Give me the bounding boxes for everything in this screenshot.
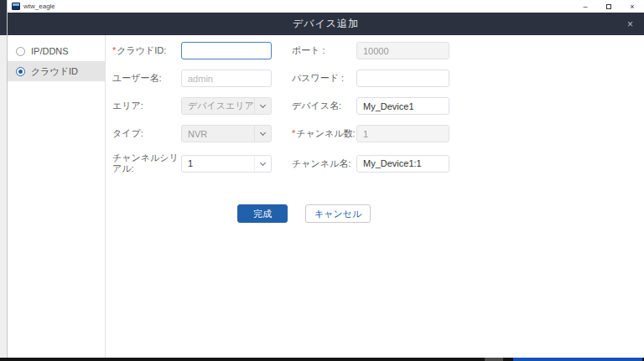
channel-serial-select-value: 1: [182, 158, 254, 168]
sidebar-item-label: IP/DDNS: [31, 46, 69, 56]
sidebar-item-cloud-id[interactable]: クラウドID: [8, 61, 105, 81]
channel-count-label: *チャンネル数:: [292, 128, 356, 139]
sidebar-item-ip-ddns[interactable]: IP/DDNS: [8, 41, 105, 61]
dialog-header: デバイス追加 ×: [8, 13, 644, 35]
chevron-down-icon: [254, 156, 271, 172]
form-row-3: エリア: デバイスエリア デバイス名:: [112, 97, 644, 115]
username-input[interactable]: [181, 70, 272, 87]
password-label: パスワード :: [292, 73, 356, 84]
password-input[interactable]: [356, 70, 449, 87]
taskbar-icon-sliver: [485, 358, 503, 361]
channel-name-input[interactable]: [356, 155, 449, 173]
minimize-button[interactable]: –: [574, 0, 597, 13]
form-row-4: タイプ: NVR *チャンネル数:: [112, 125, 644, 142]
taskbar-app-button[interactable]: [513, 358, 642, 361]
channel-name-label: チャンネル名:: [292, 158, 356, 169]
area-select-value: デバイスエリア: [182, 100, 254, 112]
username-label: ユーザー名:: [112, 73, 181, 84]
sidebar: IP/DDNS クラウドID: [8, 35, 106, 358]
radio-unchecked-icon[interactable]: [16, 47, 25, 56]
device-form: *クラウドID: ポート : ユーザー名: パスワード : エリア: デバイスエ…: [106, 35, 644, 358]
type-label: タイプ:: [112, 128, 181, 139]
cloud-id-label: *クラウドID:: [112, 45, 181, 56]
channel-serial-select[interactable]: 1: [181, 155, 272, 173]
type-select-value: NVR: [182, 129, 254, 139]
port-label: ポート :: [292, 45, 356, 56]
port-input: [356, 42, 449, 59]
confirm-button[interactable]: 完成: [237, 204, 288, 223]
cloud-id-input[interactable]: [181, 42, 272, 59]
maximize-icon: [606, 4, 611, 9]
maximize-button[interactable]: [597, 0, 621, 13]
window-controls: – ×: [574, 0, 644, 13]
chevron-down-icon: [254, 126, 271, 142]
form-row-1: *クラウドID: ポート :: [112, 42, 644, 59]
chevron-down-icon: [254, 98, 271, 114]
form-row-5: チャンネルシリアル: 1 チャンネル名:: [112, 152, 644, 174]
channel-serial-label: チャンネルシリアル:: [112, 152, 181, 174]
device-name-label: デバイス名:: [292, 101, 356, 111]
device-name-input[interactable]: [356, 97, 449, 115]
dialog-body: IP/DDNS クラウドID *クラウドID: ポート : ユーザー名:: [8, 35, 644, 358]
channel-count-input: [356, 125, 449, 142]
required-asterisk: *: [292, 128, 295, 138]
dialog-title: デバイス追加: [293, 17, 359, 31]
form-row-2: ユーザー名: パスワード :: [112, 70, 644, 87]
cancel-button[interactable]: キャンセル: [305, 204, 371, 223]
form-actions: 完成 キャンセル: [237, 204, 644, 223]
close-window-button[interactable]: ×: [621, 0, 644, 13]
area-label: エリア:: [112, 101, 181, 111]
radio-checked-icon[interactable]: [16, 67, 25, 76]
area-select: デバイスエリア: [181, 97, 272, 115]
background-window-strip-dark: [0, 0, 7, 35]
required-asterisk: *: [112, 45, 116, 55]
app-title: wtw_eagle: [23, 3, 55, 10]
screen: wtw_eagle – × デバイス追加 × IP/DDNS クラウドID: [0, 0, 644, 361]
type-select: NVR: [181, 125, 272, 142]
app-icon: [12, 3, 20, 10]
taskbar: [0, 358, 644, 361]
sidebar-item-label: クラウドID: [31, 65, 78, 78]
close-dialog-button[interactable]: ×: [627, 13, 633, 35]
titlebar: wtw_eagle – ×: [8, 0, 644, 13]
app-window: wtw_eagle – × デバイス追加 × IP/DDNS クラウドID: [7, 0, 644, 358]
background-window-strip-light: [0, 35, 7, 358]
